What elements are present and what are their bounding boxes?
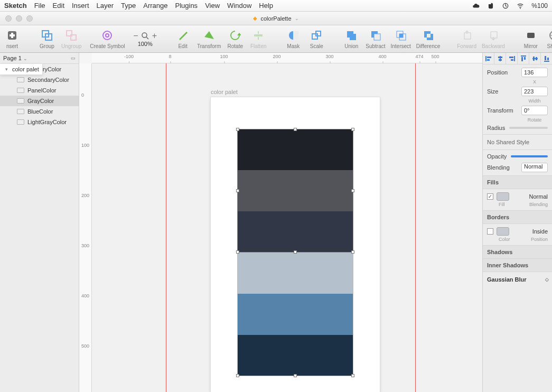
transform-tool[interactable]: Transform [197, 29, 221, 49]
layer-bluecolor[interactable]: BlueColor [0, 106, 79, 117]
border-color-sublabel: Color [499, 237, 510, 242]
fill-color-swatch[interactable] [497, 192, 509, 201]
union-tool[interactable]: Union [342, 29, 360, 49]
layer-graycolor[interactable]: GrayColor [0, 96, 79, 106]
page-name: Page 1 [3, 55, 22, 61]
align-right-button[interactable] [506, 53, 518, 64]
border-position-select[interactable]: Inside [532, 228, 548, 235]
menu-window[interactable]: Window [227, 2, 251, 10]
transform-rotate-input[interactable] [521, 106, 548, 115]
share-tool[interactable]: Share [545, 29, 552, 49]
mirror-tool[interactable]: Mirror [522, 29, 540, 49]
menu-help[interactable]: Help [259, 2, 273, 10]
menu-plugins[interactable]: Plugins [175, 2, 198, 10]
fills-header[interactable]: Fills [483, 176, 552, 189]
layer-panelcolor[interactable]: PanelColor [0, 85, 79, 96]
edit-tool[interactable]: Edit [174, 29, 192, 49]
fill-blending-select[interactable]: Normal [529, 193, 548, 200]
guide-left[interactable] [166, 63, 166, 392]
minimize-window-button[interactable] [16, 15, 22, 22]
flatten-tool[interactable]: Flatten [249, 29, 267, 49]
toolbar: nsert Group Ungroup Create Symbol − + 10… [0, 25, 552, 53]
menu-type[interactable]: Type [121, 2, 136, 10]
ruler-horizontal[interactable]: -100 8 100 200 300 400 474 500 [92, 53, 482, 63]
blending-select[interactable]: Normal [521, 163, 548, 172]
subtract-tool[interactable]: Subtract [366, 29, 385, 49]
scale-tool[interactable]: Scale [307, 29, 325, 49]
svg-rect-14 [254, 34, 263, 36]
blending-label: Blending [487, 164, 510, 171]
ungroup-tool[interactable]: Ungroup [61, 29, 81, 49]
backward-tool[interactable]: Backward [482, 29, 505, 49]
menu-edit[interactable]: Edit [53, 2, 64, 10]
svg-rect-29 [464, 33, 471, 39]
svg-rect-39 [499, 59, 502, 61]
layers-panel: Page 1 ⌄ ▭ color palet PrimaryColor Seco… [0, 53, 79, 392]
svg-rect-42 [511, 59, 513, 61]
guide-right[interactable] [415, 63, 416, 392]
battery-text[interactable]: %100 [531, 2, 548, 10]
svg-rect-28 [427, 34, 431, 38]
group-tool[interactable]: Group [38, 29, 56, 49]
evernote-icon[interactable] [487, 2, 494, 10]
zoom-control: − + 100% [133, 31, 157, 47]
svg-point-11 [142, 33, 147, 38]
zoom-out-button[interactable]: − [133, 31, 138, 41]
pages-config-icon[interactable]: ▭ [71, 55, 76, 61]
borders-header[interactable]: Borders [483, 211, 552, 224]
sync-icon[interactable] [502, 2, 509, 10]
layer-secondarycolor[interactable]: SecondaryColor [0, 74, 79, 85]
shared-style-selector[interactable]: No Shared Style [483, 135, 552, 150]
layer-artboard[interactable]: color palet [0, 64, 42, 74]
inner-shadows-header[interactable]: Inner Shadows [483, 259, 552, 272]
svg-marker-13 [204, 31, 214, 39]
mask-tool[interactable]: Mask [284, 29, 302, 49]
forward-tool[interactable]: Forward [457, 29, 476, 49]
wifi-icon[interactable] [517, 2, 524, 10]
gaussian-blur-row[interactable]: Gaussian Blur◇ [483, 272, 552, 287]
create-symbol-tool[interactable]: Create Symbol [98, 29, 116, 49]
insert-tool[interactable]: nsert [3, 29, 21, 49]
ruler-vertical[interactable]: 0 100 200 300 400 500 [79, 63, 92, 392]
align-left-button[interactable] [483, 53, 494, 64]
app-name[interactable]: Sketch [4, 2, 27, 10]
pages-header[interactable]: Page 1 ⌄ ▭ [0, 53, 79, 64]
menu-view[interactable]: View [205, 2, 220, 10]
menu-layer[interactable]: Layer [97, 2, 114, 10]
align-top-button[interactable] [518, 53, 529, 64]
align-center-v-button[interactable] [529, 53, 541, 64]
close-window-button[interactable] [5, 15, 12, 22]
inspector-panel: Position X Size Width Transform Rotate R… [482, 53, 552, 392]
menu-arrange[interactable]: Arrange [143, 2, 167, 10]
rotate-tool[interactable]: Rotate [226, 29, 244, 49]
opacity-slider[interactable] [511, 155, 548, 157]
svg-rect-31 [527, 33, 535, 38]
position-x-input[interactable] [521, 68, 548, 77]
size-width-sublabel: Width [521, 98, 548, 104]
menu-insert[interactable]: Insert [72, 2, 89, 10]
artboard-title[interactable]: color palet [211, 89, 238, 95]
svg-point-1 [520, 7, 521, 8]
svg-rect-48 [536, 57, 537, 60]
radius-slider[interactable] [509, 127, 548, 129]
zoom-window-button[interactable] [26, 15, 33, 22]
size-width-input[interactable] [521, 87, 548, 96]
menubar-left: Sketch File Edit Insert Layer Type Arran… [4, 2, 273, 10]
border-enabled-checkbox[interactable] [487, 228, 493, 235]
zoom-icon[interactable] [141, 31, 150, 41]
align-center-h-button[interactable] [494, 53, 506, 64]
selection-group-2 [237, 255, 353, 376]
menu-file[interactable]: File [34, 2, 45, 10]
cloud-icon[interactable] [472, 2, 480, 10]
shadows-header[interactable]: Shadows [483, 246, 552, 259]
difference-tool[interactable]: Difference [416, 29, 440, 49]
layer-lightgraycolor[interactable]: LightGrayColor [0, 117, 79, 127]
intersect-tool[interactable]: Intersect [391, 29, 411, 49]
canvas[interactable]: color palet [92, 63, 482, 392]
border-color-swatch[interactable] [497, 227, 509, 236]
align-bottom-button[interactable] [541, 53, 552, 64]
zoom-in-button[interactable]: + [152, 31, 157, 41]
document-title[interactable]: ◆ colorPalette ⌄ [253, 15, 298, 22]
fill-enabled-checkbox[interactable]: ✓ [487, 193, 493, 200]
svg-line-12 [146, 37, 148, 39]
